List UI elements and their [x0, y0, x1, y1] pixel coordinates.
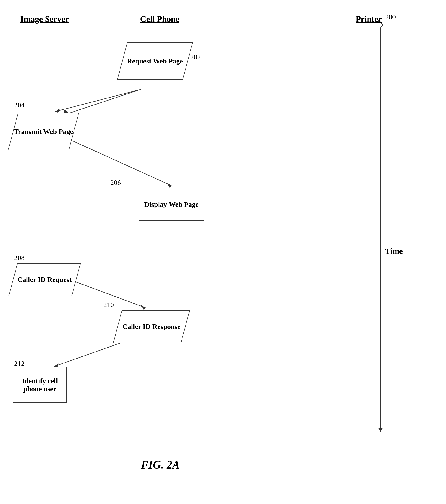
- svg-marker-9: [141, 305, 146, 310]
- caller-id-request-shape: Caller ID Request: [8, 263, 81, 296]
- svg-marker-1: [378, 428, 383, 432]
- time-label: Time: [385, 247, 403, 256]
- transmit-web-page-shape: Transmit Web Page: [8, 113, 79, 150]
- svg-marker-7: [167, 183, 172, 187]
- transmit-web-page-label: Transmit Web Page: [14, 127, 73, 136]
- caller-id-response-label: Caller ID Response: [122, 323, 181, 331]
- svg-line-6: [73, 141, 172, 186]
- caller-id-response-shape: Caller ID Response: [113, 310, 190, 343]
- svg-line-2: [63, 89, 141, 115]
- diagram-lines: [0, 0, 446, 504]
- caller-id-request-label: Caller ID Request: [17, 276, 72, 284]
- label-204: 204: [14, 101, 25, 109]
- identify-cell-phone-user-shape: Identify cell phone user: [13, 367, 67, 403]
- display-web-page-label: Display Web Page: [144, 200, 198, 208]
- svg-line-10: [54, 341, 127, 367]
- label-210: 210: [103, 301, 114, 309]
- figure-caption: FIG. 2A: [141, 458, 180, 471]
- label-208: 208: [14, 254, 25, 262]
- svg-line-4: [55, 89, 141, 112]
- label-202: 202: [190, 53, 201, 61]
- display-web-page-shape: Display Web Page: [138, 188, 204, 221]
- svg-marker-5: [55, 108, 60, 113]
- label-200: 200: [385, 13, 396, 21]
- identify-cell-phone-user-label: Identify cell phone user: [13, 377, 67, 393]
- request-web-page-label: Request Web Page: [127, 57, 183, 65]
- cell-phone-header: Cell Phone: [124, 14, 195, 24]
- request-web-page-shape: Request Web Page: [117, 42, 193, 80]
- label-212: 212: [14, 360, 25, 367]
- diagram: Image Server Cell Phone Printer 200 Requ…: [0, 0, 446, 504]
- image-server-header: Image Server: [14, 14, 75, 24]
- label-206: 206: [110, 179, 121, 187]
